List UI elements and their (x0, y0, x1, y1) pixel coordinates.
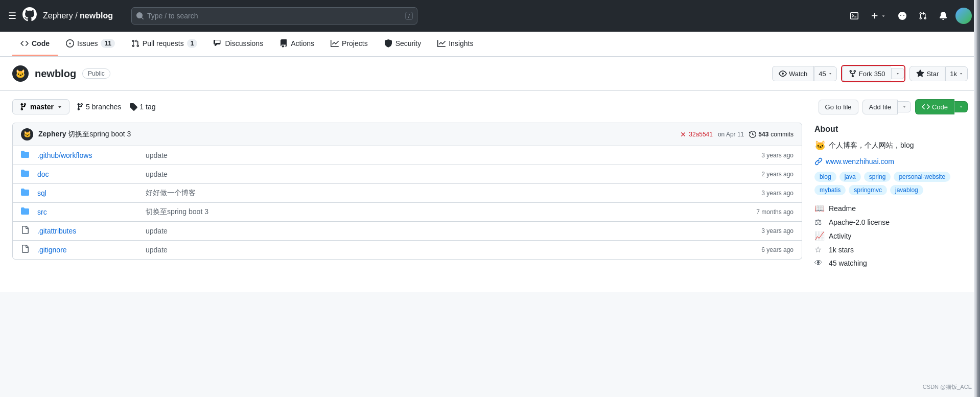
fork-label: Fork (859, 70, 872, 78)
code-button[interactable]: Code (915, 99, 954, 114)
star-label: Star (926, 70, 939, 78)
watch-dropdown-icon (828, 72, 832, 76)
commit-count-number: 543 (758, 131, 768, 138)
tab-projects[interactable]: Projects (322, 32, 376, 56)
meta-links: 5 branches 1 tag (76, 103, 156, 111)
readme-label: Readme (829, 204, 856, 213)
commit-hash[interactable]: 32a5541 (680, 131, 713, 138)
fork-button-group: Fork 350 (841, 65, 906, 82)
tab-pull-requests[interactable]: Pull requests 1 (123, 32, 206, 56)
content-layout: 🐱 Zephery 切换至spring boot 3 32a5541 on Ap… (0, 123, 980, 292)
terminal-button[interactable] (846, 10, 862, 22)
search-input[interactable] (147, 12, 402, 20)
watch-count-button[interactable]: 45 (814, 66, 836, 81)
commit-count[interactable]: 543 commits (749, 131, 794, 138)
star-button[interactable]: Star (909, 66, 945, 81)
file-time: 7 months ago (742, 208, 794, 216)
code-tab-label: Code (32, 39, 50, 48)
x-icon (680, 131, 687, 138)
tab-actions[interactable]: Actions (271, 32, 322, 56)
scrollbar-track[interactable] (974, 0, 980, 292)
branches-label: branches (92, 103, 122, 111)
repo-link[interactable]: newblog (80, 11, 113, 20)
tag-blog[interactable]: blog (814, 172, 836, 182)
file-name[interactable]: .gitignore (37, 246, 139, 254)
insights-tab-label: Insights (449, 39, 473, 48)
repo-name: newblog (35, 68, 76, 80)
tag-spring[interactable]: spring (864, 172, 891, 182)
fork-dropdown-button[interactable] (891, 68, 904, 79)
add-file-dropdown[interactable] (898, 101, 911, 112)
file-message: 切换至spring boot 3 (146, 207, 736, 217)
repo-action-buttons: Watch 45 Fork 350 (772, 65, 968, 82)
branches-link[interactable]: 5 branches (76, 103, 121, 111)
file-name[interactable]: .github/workflows (37, 151, 139, 159)
file-name[interactable]: sql (37, 189, 139, 197)
branch-selector[interactable]: master (12, 99, 69, 114)
tag-springmvc[interactable]: springmvc (849, 185, 887, 195)
stars-icon: ☆ (814, 245, 825, 254)
bell-icon (939, 12, 947, 20)
license-link[interactable]: ⚖ Apache-2.0 license (814, 217, 968, 227)
activity-link[interactable]: 📈 Activity (814, 231, 968, 241)
stars-label: 1k stars (829, 246, 854, 254)
repo-header: 🐱 newblog Public Watch 45 (0, 57, 980, 91)
tab-issues[interactable]: Issues 11 (58, 32, 123, 56)
star-dropdown-icon (959, 72, 963, 76)
tag-mybatis[interactable]: mybatis (814, 185, 846, 195)
star-count-button[interactable]: 1k (945, 66, 968, 81)
watch-label: Watch (789, 70, 807, 78)
watch-button[interactable]: Watch (772, 66, 814, 81)
tag-personal-website[interactable]: personal-website (894, 172, 950, 182)
tag-java[interactable]: java (839, 172, 861, 182)
security-tab-label: Security (395, 39, 422, 48)
tab-security[interactable]: Security (376, 32, 430, 56)
watchers-link[interactable]: 👁 45 watching (814, 259, 968, 268)
about-link-text: www.wenzhihuai.com (826, 157, 894, 166)
avatar[interactable] (955, 8, 972, 24)
inbox-button[interactable] (935, 10, 951, 22)
toolbar-right-buttons: Go to file Add file Code (819, 99, 968, 114)
fork-count: 350 (874, 70, 885, 78)
file-doc-icon (21, 226, 31, 236)
copilot-button[interactable] (894, 10, 911, 22)
code-button-group: Code (915, 99, 968, 114)
commit-author-avatar: 🐱 (21, 128, 33, 141)
commit-author-name[interactable]: Zephery (38, 130, 66, 138)
tags-row: blog java spring personal-website mybati… (814, 172, 968, 195)
tab-code[interactable]: Code (12, 32, 58, 56)
separator: / (75, 11, 77, 20)
hash-text: 32a5541 (689, 131, 713, 138)
tag-javablog[interactable]: javablog (890, 185, 923, 195)
github-logo[interactable] (22, 7, 37, 25)
about-link[interactable]: www.wenzhihuai.com (814, 157, 968, 166)
about-section: About 🐱 个人博客，个人网站，blog www.wenzhihuai.co… (814, 125, 968, 268)
stars-link[interactable]: ☆ 1k stars (814, 245, 968, 254)
file-name[interactable]: .gitattributes (37, 227, 139, 235)
create-button[interactable] (867, 10, 890, 22)
sidebar: About 🐱 个人博客，个人网站，blog www.wenzhihuai.co… (814, 123, 968, 280)
add-file-button[interactable]: Add file (862, 100, 898, 114)
nav-right (846, 8, 972, 24)
hamburger-button[interactable]: ☰ (8, 10, 16, 21)
sidebar-meta: 📖 Readme ⚖ Apache-2.0 license 📈 Activity… (814, 203, 968, 268)
tab-discussions[interactable]: Discussions (205, 32, 271, 56)
plus-icon (871, 12, 879, 20)
readme-link[interactable]: 📖 Readme (814, 203, 968, 213)
search-icon (136, 12, 144, 20)
go-to-file-button[interactable]: Go to file (819, 100, 858, 114)
file-message: update (146, 246, 736, 254)
tab-insights[interactable]: Insights (429, 32, 481, 56)
code-dropdown-button[interactable] (954, 101, 968, 112)
commit-author: Zephery 切换至spring boot 3 (38, 130, 674, 139)
pr-tab-label: Pull requests (143, 39, 184, 48)
owner-link[interactable]: Zephery (43, 11, 73, 20)
file-message: update (146, 170, 736, 178)
tags-link[interactable]: 1 tag (129, 103, 155, 111)
file-name[interactable]: src (37, 208, 139, 216)
actions-tab-label: Actions (291, 39, 314, 48)
file-name[interactable]: doc (37, 170, 139, 178)
fork-button[interactable]: Fork 350 (842, 66, 892, 81)
pr-button[interactable] (915, 10, 931, 22)
visibility-badge: Public (82, 68, 110, 79)
